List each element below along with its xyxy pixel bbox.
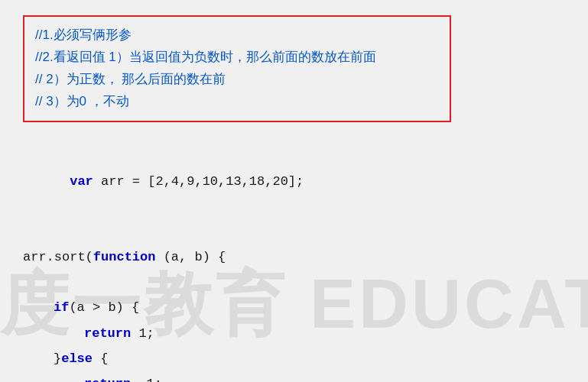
comment-line-3: // 2）为正数， 那么后面的数在前: [35, 69, 439, 91]
return1-line: return 1;: [23, 321, 565, 346]
if-keyword: if: [54, 300, 69, 315]
empty-line-1: [23, 219, 565, 244]
code-block: var arr = [2,4,9,10,13,18,20]; arr.sort(…: [23, 144, 565, 382]
return1-keyword: return: [84, 326, 131, 341]
var-declaration-line: var arr = [2,4,9,10,13,18,20];: [23, 144, 565, 219]
comment-box: //1.必须写俩形参 //2.看返回值 1）当返回值为负数时，那么前面的数放在前…: [23, 15, 451, 122]
return-neg1-keyword: return: [84, 377, 131, 382]
sort-line: arr.sort(function (a, b) {: [23, 244, 565, 270]
function-keyword: function: [93, 250, 156, 264]
empty-line-2: [23, 270, 565, 295]
else-keyword: else: [61, 351, 93, 366]
return-neg1-line: return -1;: [23, 371, 565, 382]
main-content: //1.必须写俩形参 //2.看返回值 1）当返回值为负数时，那么前面的数放在前…: [0, 0, 588, 382]
comment-line-4: // 3）为0 ，不动: [35, 91, 439, 113]
comment-line-2: //2.看返回值 1）当返回值为负数时，那么前面的数放在前面: [35, 47, 439, 69]
arr-declaration: arr = [2,4,9,10,13,18,20];: [93, 174, 304, 189]
if-line: if(a > b) {: [23, 295, 565, 320]
comment-line-1: //1.必须写俩形参: [35, 24, 439, 47]
var-keyword: var: [70, 174, 93, 189]
else-line: }else {: [23, 346, 565, 371]
